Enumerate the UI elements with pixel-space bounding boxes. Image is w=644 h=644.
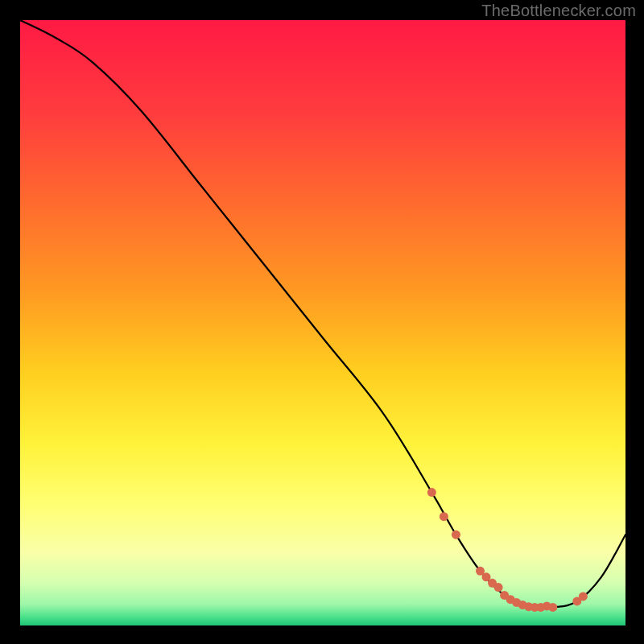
plot-area — [20, 20, 625, 625]
data-marker — [440, 512, 448, 521]
data-marker — [427, 488, 436, 497]
watermark-text: TheBottlenecker.com — [481, 2, 636, 20]
bottleneck-curve — [20, 20, 625, 609]
data-marker — [579, 592, 588, 601]
chart-stage: TheBottlenecker.com — [0, 0, 644, 644]
data-marker — [548, 603, 557, 612]
curve-layer — [20, 20, 625, 625]
marker-group — [427, 488, 588, 612]
data-marker — [452, 530, 460, 539]
data-marker — [494, 583, 503, 592]
